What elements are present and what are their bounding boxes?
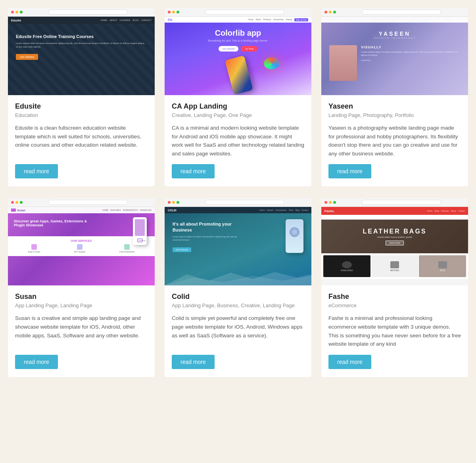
card-fashe: Fashe. Home Shop Features About Contact <box>321 198 468 377</box>
dot-red <box>11 201 14 204</box>
ss-fashe-hero: LEATHER BAGS Handcrafted luxury leather … <box>321 220 468 253</box>
ss-ca-title: Colorlib app <box>173 29 303 38</box>
ss-ca-nav-link: Home <box>248 18 253 21</box>
ss-susan-btn-area: Download <box>136 238 144 243</box>
ss-hero: Edusite Free Online Training Courses Lor… <box>8 24 155 70</box>
card-body-colid: Colid App Landing Page, Business, Creati… <box>165 285 311 377</box>
card-image-fashe: Fashe. Home Shop Features About Contact <box>321 198 468 285</box>
dot-red <box>168 201 171 204</box>
ss-service-item: Fully Responsive <box>119 244 134 253</box>
ss-fashe-product-1: SUNGLASSES <box>323 255 370 277</box>
ss-nav-link: BLOG <box>133 19 139 21</box>
read-more-button-yaseen[interactable]: read more <box>328 164 371 178</box>
ss-fashe-nav-links: Home Shop Features About Contact <box>427 210 465 212</box>
ss-fashe-nav-link: Features <box>441 210 449 212</box>
browser-chrome-fashe <box>321 198 468 207</box>
ss-product-label-1: SUNGLASSES <box>341 270 353 272</box>
ss-service-icon <box>77 244 83 250</box>
ss-fashe-nav-link: About <box>451 210 456 212</box>
ss-yaseen-name: YASEEN <box>329 31 460 37</box>
card-body-susan: Susan App Landing Page, Landing Page Sus… <box>8 285 155 377</box>
ss-service-icon <box>31 244 37 250</box>
ss-susan-title: Discover great Apps, Games, Extensions &… <box>14 219 95 227</box>
ss-susan-services-title: OUR SERVICES <box>11 239 152 242</box>
ss-ca-nav-link: Products <box>263 18 271 21</box>
card-tags-yaseen: Landing Page, Photography, Portfolio <box>328 112 461 118</box>
read-more-button-fashe[interactable]: read more <box>328 355 371 369</box>
ss-ca-phone-area <box>173 55 303 87</box>
ss-service-icon <box>124 244 130 250</box>
ss-yaseen-subtitle: INFINITE TECHNOLOGY <box>329 37 460 39</box>
card-body-edusite: Edusite Education Edusite is a clean ful… <box>8 95 155 186</box>
ss-fashe-hero-sub: Handcrafted luxury leather goods <box>363 236 426 238</box>
ss-colid-nav: COLID Home Feature Screenshots Team Blog… <box>165 207 311 213</box>
ss-colid-nav-link: Contact <box>301 209 308 211</box>
card-tags-fashe: eCommerce <box>328 302 461 308</box>
ss-nav-link: ABOUT <box>109 19 117 21</box>
card-title-ca: CA App Landing <box>172 102 304 111</box>
card-title-susan: Susan <box>15 293 148 301</box>
dot-red <box>11 11 14 13</box>
ss-fashe-products: SUNGLASSES WATCHES BAGS <box>321 253 468 279</box>
ss-ca-sub: Everything for you! This is a landing pa… <box>173 39 303 42</box>
ss-fashe-main: LEATHER BAGS Handcrafted luxury leather … <box>321 220 468 285</box>
ss-service-label: Data in Cloud <box>28 251 40 253</box>
ss-colid-nav-link: Screenshots <box>276 209 287 211</box>
ss-ca-btn1: Get Started <box>219 46 239 52</box>
card-title-colid: Colid <box>172 293 304 301</box>
dot-green <box>177 11 179 13</box>
ss-ca-hero: Colorlib app Everything for you! This is… <box>165 23 311 93</box>
ss-logo: Edusite <box>11 19 21 22</box>
ss-yaseen-photo <box>329 45 357 81</box>
ss-susan-screen <box>135 219 145 236</box>
ss-yaseen-header: YASEEN INFINITE TECHNOLOGY <box>329 31 460 39</box>
dot-yellow <box>329 11 332 13</box>
card-desc-yaseen: Yaseen is a photography website landing … <box>328 124 461 158</box>
card-body-ca: CA App Landing Creative, Landing Page, O… <box>165 95 311 186</box>
ss-ca-btns: Get Started Try Now <box>173 46 303 52</box>
read-more-button-colid[interactable]: read more <box>172 355 215 369</box>
card-yaseen: YASEEN INFINITE TECHNOLOGY VISUALLY Lore… <box>321 8 468 186</box>
screenshot-fashe: Fashe. Home Shop Features About Contact <box>321 207 468 285</box>
ss-service-label: 24/7 Support <box>74 251 86 253</box>
dot-yellow <box>172 11 175 13</box>
url-bar-fashe <box>362 200 441 205</box>
ss-nav: Edusite HOME ABOUT COURSES BLOG CONTACT <box>8 17 155 24</box>
ss-ca-btn2: Try Now <box>241 46 257 52</box>
ss-ca-nav-link: Screenshot <box>273 18 283 21</box>
ss-fashe-shop-btn: SHOP NOW <box>386 241 404 245</box>
ss-visually: VISUALLY <box>361 45 460 49</box>
ss-susan-logo-icon <box>11 209 16 212</box>
ss-nav-links: HOME ABOUT COURSES BLOG CONTACT <box>101 19 152 21</box>
ss-colid-waves <box>165 270 311 285</box>
ss-susan-nav-links: HOME FEATURES SCREENSHOTS DOWNLOAD <box>102 209 152 211</box>
card-desc-fashe: Fashe is a minimal and professional look… <box>328 314 461 348</box>
ss-service-label: Fully Responsive <box>119 251 134 253</box>
card-tags-ca: Creative, Landing Page, One Page <box>172 112 304 118</box>
dot-green <box>333 201 336 204</box>
ss-yaseen-text: VISUALLY Lorem ipsum dolor sit amet cons… <box>361 45 460 61</box>
browser-chrome-susan <box>8 198 155 207</box>
read-more-button-edusite[interactable]: read more <box>15 164 58 178</box>
ss-yaseen-body: VISUALLY Lorem ipsum dolor sit amet cons… <box>329 45 460 81</box>
screenshot-susan: Susan HOME FEATURES SCREENSHOTS DOWNLOAD… <box>8 207 155 285</box>
screenshot-ca: Ca. Home About Products Screenshot Prici… <box>165 17 311 95</box>
ss-nav-link: COURSES <box>119 19 130 21</box>
dot-green <box>333 11 336 13</box>
ss-fashe-logo: Fashe. <box>324 209 334 213</box>
ss-susan-hero: Discover great Apps, Games, Extensions &… <box>8 213 155 234</box>
read-more-button-ca[interactable]: read more <box>172 164 215 178</box>
ss-colid-logo: COLID <box>168 209 177 212</box>
ss-colid-hero: It's all about Promoting your Business L… <box>165 213 311 285</box>
ss-susan-nav-link: FEATURES <box>110 209 121 211</box>
ss-fashe-nav-link: Shop <box>434 210 439 212</box>
ss-product-img-1 <box>342 261 352 268</box>
url-bar-susan <box>48 200 128 205</box>
card-title-fashe: Fashe <box>328 293 461 301</box>
ss-service-item: 24/7 Support <box>74 244 86 253</box>
dot-yellow <box>172 201 175 204</box>
card-desc-ca: CA is a minimal and modern looking websi… <box>172 124 304 158</box>
ss-fashe-product-3: BAGS <box>419 255 466 277</box>
ss-colid-mountains <box>165 270 311 285</box>
read-more-button-susan[interactable]: read more <box>15 355 58 369</box>
